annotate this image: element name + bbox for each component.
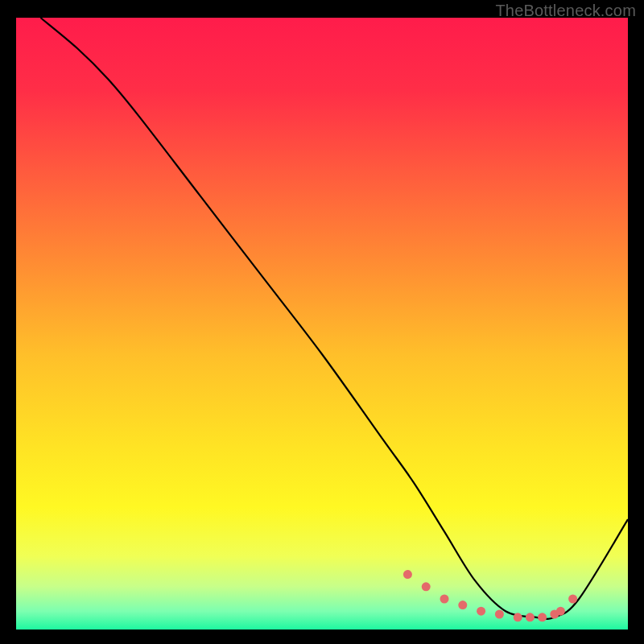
- optimal-marker: [458, 601, 467, 609]
- attribution-label: TheBottleneck.com: [495, 2, 636, 20]
- optimal-marker: [568, 595, 577, 604]
- optimal-marker: [538, 613, 547, 621]
- optimal-marker: [422, 582, 431, 591]
- plot-background: [16, 18, 628, 630]
- chart-stage: TheBottleneck.com: [0, 0, 644, 644]
- optimal-marker: [495, 610, 504, 619]
- optimal-marker: [440, 595, 449, 604]
- optimal-marker: [556, 607, 565, 616]
- optimal-marker: [477, 607, 485, 616]
- optimal-marker: [403, 570, 412, 579]
- chart-svg: [0, 0, 644, 644]
- optimal-marker: [526, 613, 535, 621]
- optimal-marker: [514, 613, 522, 621]
